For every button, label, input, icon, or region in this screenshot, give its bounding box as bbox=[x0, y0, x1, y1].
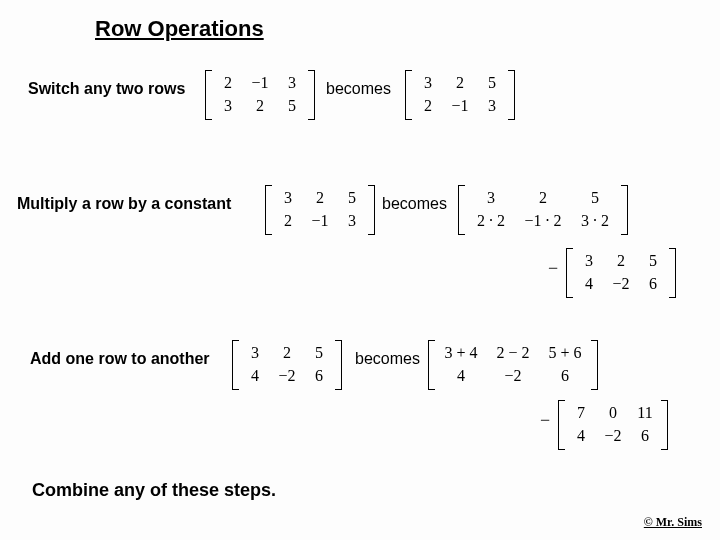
matrix-mult-before: 32 2−1 53 bbox=[265, 185, 375, 235]
arrow-add: − bbox=[540, 410, 550, 431]
becomes-2: becomes bbox=[382, 195, 447, 213]
matrix-switch-after: 32 2−1 53 bbox=[405, 70, 515, 120]
becomes-1: becomes bbox=[326, 80, 391, 98]
multiply-label: Multiply a row by a constant bbox=[17, 195, 231, 213]
becomes-3: becomes bbox=[355, 350, 420, 368]
page-title: Row Operations bbox=[95, 16, 264, 42]
matrix-add-after: 3 + 44 2 − 2−2 5 + 66 bbox=[428, 340, 598, 390]
matrix-mult-result: 34 2−2 56 bbox=[566, 248, 676, 298]
matrix-add-result: 74 0−2 116 bbox=[558, 400, 668, 450]
switch-label: Switch any two rows bbox=[28, 80, 185, 98]
combine-label: Combine any of these steps. bbox=[32, 480, 276, 501]
matrix-mult-after: 32 · 2 2−1 · 2 53 · 2 bbox=[458, 185, 628, 235]
matrix-add-before: 34 2−2 56 bbox=[232, 340, 342, 390]
footnote: © Mr. Sims bbox=[644, 515, 702, 530]
add-label: Add one row to another bbox=[30, 350, 210, 368]
matrix-switch-before: 23 −12 35 bbox=[205, 70, 315, 120]
arrow-mult: − bbox=[548, 258, 558, 279]
